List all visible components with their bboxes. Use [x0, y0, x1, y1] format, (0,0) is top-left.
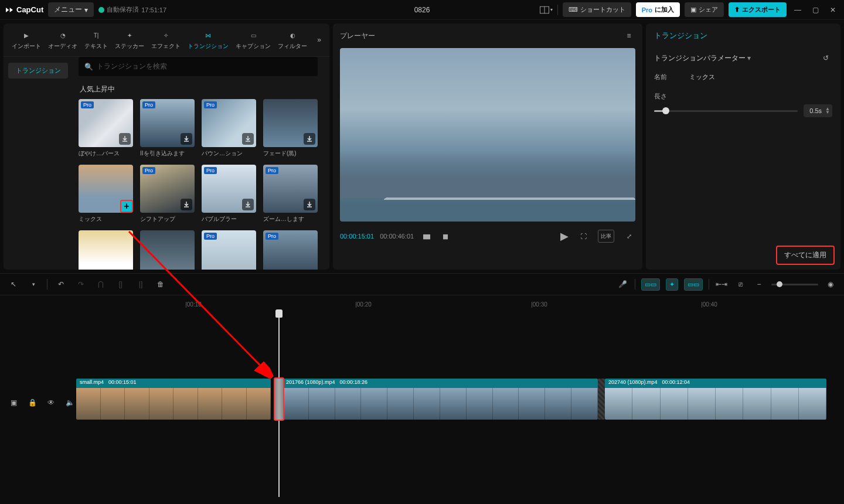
ruler[interactable]: |00:10|00:20|00:30|00:40 [0, 295, 844, 309]
apply-all-button[interactable]: すべてに適用 [776, 246, 835, 265]
tab-import[interactable]: ▶インポート [8, 27, 45, 53]
download-icon[interactable] [119, 133, 131, 145]
clip-duration: 00:00:12:04 [662, 379, 690, 387]
tab-filter[interactable]: ◐フィルター [274, 27, 311, 53]
layout-icon[interactable]: ▾ [540, 4, 553, 16]
player-menu-icon[interactable]: ≡ [622, 29, 635, 42]
snap2-icon[interactable]: ✦ [666, 278, 678, 291]
ratio-button[interactable]: 比率 [598, 230, 614, 243]
pro-badge: Pro [266, 167, 278, 174]
close-button[interactable]: ✕ [826, 4, 839, 16]
transition-label: パウン…ション [202, 149, 256, 158]
name-label: 名前 [654, 73, 678, 81]
minimize-button[interactable]: — [791, 4, 804, 16]
download-icon[interactable] [304, 199, 315, 210]
share-icon: ▣ [690, 6, 696, 13]
redo-button[interactable]: ↷ [74, 278, 87, 291]
transition-item[interactable]: フェード(黒) [263, 99, 318, 158]
trim-left-icon[interactable]: [| [114, 278, 127, 291]
shortcut-button[interactable]: ⌨ ショートカット [563, 2, 631, 17]
align-icon[interactable]: ⇤⇥ [715, 278, 728, 291]
mute-icon[interactable]: 🔈 [63, 396, 76, 409]
length-input[interactable]: 0.5s ▲▼ [804, 104, 832, 117]
play-button[interactable]: ▶ [558, 230, 571, 243]
undo-button[interactable]: ↶ [55, 278, 67, 291]
lock-icon[interactable]: 🔒 [26, 396, 39, 409]
tab-audio[interactable]: ◔オーディオ [45, 27, 81, 53]
snap1-icon[interactable]: ▭▭ [641, 278, 660, 291]
mic-icon[interactable]: 🎤 [616, 278, 629, 291]
menu-button[interactable]: メニュー ▾ [48, 2, 94, 17]
pro-badge: Pro [204, 167, 217, 174]
columns-icon[interactable]: ▮▮▮ [420, 230, 433, 243]
split-icon[interactable]: ⋂ [94, 278, 107, 291]
transition-item[interactable]: ProIIを引き込みます [140, 99, 195, 158]
delete-icon[interactable]: 🗑 [154, 278, 167, 291]
add-transition-button[interactable]: + [120, 200, 133, 213]
export-button[interactable]: ⬆ エクスポート [729, 2, 787, 17]
pro-join-button[interactable]: Proに加入 [636, 2, 680, 17]
clip-name: 202740 (1080p).mp4 [608, 379, 658, 387]
tab-text[interactable]: T|テキスト [81, 27, 111, 53]
inspector-title: トランジション [646, 23, 840, 48]
clip-duration: 00:00:15:01 [108, 379, 137, 387]
download-icon[interactable] [181, 133, 192, 145]
transition-item[interactable]: +ミックス [79, 165, 133, 223]
chevron-down-icon: ▾ [84, 6, 88, 14]
player-canvas[interactable] [340, 48, 635, 222]
transition-item[interactable]: Proバブルブラー [202, 165, 256, 223]
fullscreen-icon[interactable]: ⤢ [622, 230, 635, 243]
record-icon[interactable]: ◉ [824, 278, 837, 291]
transition-item[interactable]: Pro [202, 230, 256, 270]
transition-item[interactable]: Proシフトアップ [140, 165, 195, 223]
more-tabs-icon[interactable]: » [314, 32, 325, 47]
transition-handle[interactable] [274, 377, 284, 421]
clip[interactable]: 202740 (1080p).mp400:00:12:04 [605, 379, 826, 420]
eye-icon[interactable]: 👁 [45, 396, 57, 409]
current-time: 00:00:15:01 [340, 233, 374, 240]
snap3-icon[interactable]: ▭▭ [684, 278, 703, 291]
project-title[interactable]: 0826 [414, 6, 430, 14]
reset-icon[interactable]: ↺ [819, 52, 832, 64]
tab-effect[interactable]: ✧エフェクト [148, 27, 184, 53]
share-button[interactable]: ▣ シェア [685, 2, 724, 17]
tool-dropdown-icon[interactable]: ▾ [27, 278, 40, 291]
download-icon[interactable] [242, 133, 254, 145]
tab-caption[interactable]: ▭キャプション [232, 27, 274, 53]
cursor-tool-icon[interactable]: ↖ [7, 278, 20, 291]
transition-label: シフトアップ [140, 215, 195, 223]
trim-right-icon[interactable]: |] [134, 278, 147, 291]
timeline[interactable]: |00:10|00:20|00:30|00:40 ▣ 🔒 👁 🔈 ⋯ small… [0, 295, 844, 497]
clip[interactable]: small.mp400:00:15:01 [76, 379, 271, 420]
transition-item[interactable]: Proぼやけ…バース [79, 99, 133, 158]
sidebar-item-transition[interactable]: トランジション [8, 63, 68, 79]
tab-sticker[interactable]: ✦ステッカー [111, 27, 148, 53]
download-icon[interactable] [304, 133, 315, 145]
transition-item[interactable]: Pro [263, 230, 318, 270]
transition-label: ぼやけ…バース [79, 149, 133, 158]
transition-item[interactable]: Proズーム…します [263, 165, 318, 223]
transition-item[interactable] [140, 230, 195, 270]
transition-item[interactable] [79, 230, 133, 270]
autoscroll-icon[interactable]: ⎚ [734, 278, 747, 291]
ruler-mark: |00:40 [701, 301, 717, 308]
columns2-icon[interactable]: ▮▮ [438, 230, 451, 243]
length-label: 長さ [654, 93, 667, 100]
maximize-button[interactable]: ▢ [809, 4, 822, 16]
clip[interactable]: 201766 (1080p).mp400:00:18:26 [283, 379, 598, 420]
download-icon[interactable] [242, 199, 254, 210]
step-down-icon[interactable]: ▼ [825, 111, 830, 114]
zoom-out-icon[interactable]: − [753, 278, 765, 291]
tab-transition[interactable]: ⋈トランジション [184, 27, 232, 53]
media-tabs: ▶インポート◔オーディオT|テキスト✦ステッカー✧エフェクト⋈トランジション▭キ… [4, 23, 329, 57]
download-icon[interactable] [181, 199, 192, 210]
search-input[interactable]: 🔍 トランジションを検索 [79, 57, 318, 76]
length-slider[interactable] [654, 110, 798, 112]
collapse-icon[interactable]: ▣ [7, 396, 20, 409]
filter-icon: ◐ [287, 29, 298, 41]
zoom-slider[interactable] [771, 284, 818, 285]
inspector-panel: トランジション トランジションパラメーター ▾ ↺ 名前 ミックス 長さ 0.5… [646, 23, 840, 270]
transition-item[interactable]: Proパウン…ション [202, 99, 256, 158]
focus-icon[interactable]: ⛶ [577, 230, 590, 243]
import-icon: ▶ [21, 29, 32, 41]
